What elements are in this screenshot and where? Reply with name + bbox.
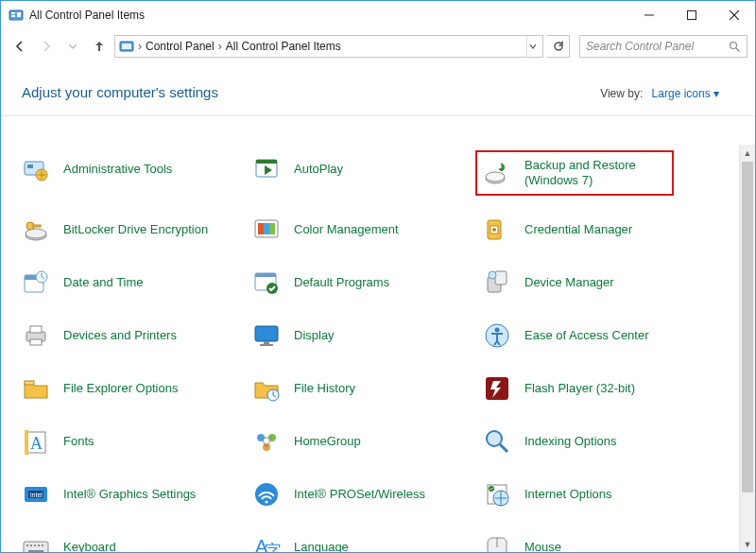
window-buttons: [627, 1, 755, 29]
titlebar: All Control Panel Items: [1, 1, 755, 29]
close-button[interactable]: [713, 1, 755, 29]
printer-icon: [20, 320, 52, 352]
cp-item-language[interactable]: A字Language: [250, 528, 481, 552]
cp-item-label: Internet Options: [524, 487, 612, 502]
svg-rect-41: [30, 326, 42, 333]
cp-item-intel-proset[interactable]: Intel® PROSet/Wireless: [250, 475, 481, 513]
svg-line-58: [500, 444, 507, 452]
viewby-value[interactable]: Large icons ▾: [652, 87, 719, 100]
cp-item-flash-player[interactable]: Flash Player (32-bit): [481, 370, 712, 407]
chevron-down-icon: ▾: [713, 87, 719, 100]
svg-point-30: [492, 228, 496, 232]
cp-item-homegroup[interactable]: HomeGroup: [250, 423, 481, 460]
cp-item-label: Language: [294, 540, 349, 552]
svg-line-11: [736, 48, 740, 52]
recent-dropdown[interactable]: [61, 35, 84, 58]
svg-rect-68: [26, 544, 28, 546]
cp-item-date-time[interactable]: Date and Time: [20, 264, 250, 302]
svg-rect-25: [258, 223, 264, 234]
cp-item-label: Intel® PROSet/Wireless: [294, 487, 425, 502]
svg-rect-48: [25, 381, 34, 385]
svg-rect-42: [30, 339, 42, 345]
up-button[interactable]: [88, 35, 111, 58]
forward-button[interactable]: [35, 35, 58, 58]
refresh-button[interactable]: [547, 35, 570, 58]
cp-item-label: BitLocker Drive Encryption: [63, 222, 208, 237]
viewby-control[interactable]: View by: Large icons ▾: [600, 87, 719, 100]
back-button[interactable]: [9, 35, 31, 58]
cp-item-default-programs[interactable]: Default Programs: [250, 264, 481, 302]
maximize-button[interactable]: [670, 1, 713, 29]
breadcrumb-dropdown[interactable]: [526, 36, 539, 57]
cp-item-internet-options[interactable]: Internet Options: [481, 475, 712, 513]
cp-item-label: Indexing Options: [524, 434, 617, 449]
search-input[interactable]: Search Control Panel: [579, 35, 747, 58]
ease-icon: [481, 320, 513, 352]
svg-rect-43: [255, 326, 278, 341]
file-history-icon: [250, 372, 283, 405]
cp-item-admin-tools[interactable]: Administrative Tools: [20, 150, 250, 188]
language-icon: A字: [250, 531, 283, 552]
cp-item-file-history[interactable]: File History: [250, 370, 481, 407]
chevron-right-icon[interactable]: ›: [218, 40, 222, 53]
intel-gfx-icon: intel: [20, 478, 52, 510]
svg-rect-5: [687, 11, 696, 20]
page-heading: Adjust your computer's settings: [22, 84, 600, 100]
cp-item-display[interactable]: Display: [250, 317, 481, 354]
cp-item-ease-of-access[interactable]: Ease of Access Center: [481, 317, 712, 354]
homegroup-icon: [250, 425, 283, 458]
cp-item-bitlocker[interactable]: BitLocker Drive Encryption: [20, 211, 250, 249]
svg-text:字: 字: [265, 542, 282, 552]
navbar: › Control Panel › All Control Panel Item…: [1, 29, 755, 63]
svg-point-21: [26, 229, 46, 238]
svg-rect-72: [42, 544, 43, 546]
default-prog-icon: [250, 267, 283, 299]
scroll-thumb[interactable]: [742, 162, 753, 493]
search-icon: [729, 41, 741, 53]
cp-item-backup-restore[interactable]: Backup and Restore (Windows 7): [475, 150, 674, 196]
cp-item-label: AutoPlay: [294, 162, 343, 177]
cp-item-mouse[interactable]: Mouse: [481, 528, 712, 552]
breadcrumb-segment-0[interactable]: Control Panel: [146, 40, 215, 53]
cp-item-autoplay[interactable]: AutoPlay: [250, 150, 481, 188]
cp-item-label: Backup and Restore (Windows 7): [524, 158, 666, 187]
cp-item-label: Device Manager: [524, 275, 614, 290]
svg-rect-44: [264, 341, 269, 344]
cp-item-label: File History: [294, 381, 355, 396]
svg-rect-69: [30, 544, 32, 546]
cp-item-label: Devices and Printers: [63, 328, 177, 343]
chevron-right-icon[interactable]: ›: [138, 40, 142, 53]
vertical-scrollbar[interactable]: ▲ ▼: [739, 145, 755, 552]
flash-icon: [481, 372, 513, 405]
breadcrumb-segment-1[interactable]: All Control Panel Items: [226, 40, 341, 53]
breadcrumb-root-icon[interactable]: [119, 39, 134, 54]
color-mgmt-icon: [250, 214, 283, 246]
display-icon: [250, 320, 283, 352]
cp-item-color-mgmt[interactable]: Color Management: [250, 211, 481, 249]
cp-item-label: Intel® Graphics Settings: [63, 487, 196, 502]
cp-item-label: Ease of Access Center: [524, 328, 649, 343]
breadcrumb-bar[interactable]: › Control Panel › All Control Panel Item…: [114, 35, 543, 58]
cp-item-indexing[interactable]: Indexing Options: [481, 423, 712, 460]
svg-rect-9: [122, 43, 131, 49]
scroll-down-button[interactable]: ▼: [740, 536, 755, 552]
cp-item-credential-mgr[interactable]: Credential Manager: [481, 211, 712, 249]
scroll-up-button[interactable]: ▲: [740, 145, 755, 161]
cp-item-fonts[interactable]: AFonts: [20, 423, 250, 460]
cp-item-file-explorer-opt[interactable]: File Explorer Options: [20, 370, 250, 407]
cp-item-device-manager[interactable]: Device Manager: [481, 264, 712, 302]
intel-wifi-icon: [250, 478, 283, 510]
cp-item-devices-printers[interactable]: Devices and Printers: [20, 317, 250, 354]
cp-item-label: Fonts: [63, 434, 94, 449]
cp-item-keyboard[interactable]: Keyboard: [20, 528, 250, 552]
svg-point-10: [730, 42, 737, 48]
svg-rect-16: [256, 160, 277, 164]
cp-item-intel-graphics[interactable]: intelIntel® Graphics Settings: [20, 475, 250, 513]
minimize-button[interactable]: [627, 1, 670, 29]
svg-rect-26: [264, 223, 269, 234]
credential-icon: [481, 214, 513, 246]
backup-icon: [481, 157, 513, 189]
window-title: All Control Panel Items: [29, 9, 627, 22]
control-panel-icon: [9, 8, 24, 23]
date-time-icon: [20, 267, 52, 299]
